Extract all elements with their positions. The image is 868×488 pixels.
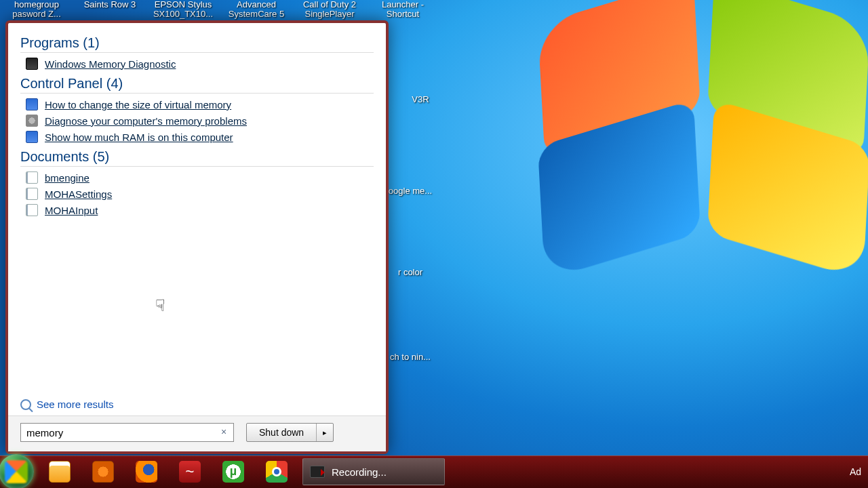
taskbar-pinned: ~ xyxy=(38,458,298,485)
see-more-results-link[interactable]: See more results xyxy=(8,393,386,415)
taskbar: ~ Recording... Ad xyxy=(0,455,868,488)
camera-icon xyxy=(310,466,325,478)
result-group-header: Control Panel (4) xyxy=(20,76,374,94)
start-menu-footer: × Shut down ▸ xyxy=(8,415,386,451)
start-menu-results: Programs (1)Windows Memory DiagnosticCon… xyxy=(8,23,386,393)
search-result-item[interactable]: bmengine xyxy=(20,169,374,186)
clear-search-button[interactable]: × xyxy=(218,426,230,438)
wallpaper-windows-logo xyxy=(515,0,868,291)
result-icon xyxy=(26,131,38,143)
see-more-label: See more results xyxy=(37,399,113,410)
shutdown-button[interactable]: Shut down xyxy=(247,424,317,441)
search-result-item[interactable]: How to change the size of virtual memory xyxy=(20,96,374,113)
result-label: MOHASettings xyxy=(45,188,112,200)
desktop-item[interactable]: ch to nin... xyxy=(380,315,441,362)
firefox-icon[interactable] xyxy=(127,458,166,485)
utorrent-icon-glyph xyxy=(222,461,244,483)
result-icon xyxy=(26,98,38,110)
task-label: Recording... xyxy=(332,466,387,478)
search-result-item[interactable]: Windows Memory Diagnostic xyxy=(20,56,374,72)
desktop-shortcut[interactable]: homegroup pasword Z... xyxy=(0,0,73,20)
taskbar-tray[interactable]: Ad xyxy=(850,466,864,477)
wmp-icon[interactable] xyxy=(83,458,123,485)
app-red-icon[interactable]: ~ xyxy=(170,458,210,485)
chrome-icon[interactable] xyxy=(257,458,296,485)
search-result-item[interactable]: MOHASettings xyxy=(20,186,374,202)
desktop-shortcut[interactable]: EPSON Stylus SX100_TX10... xyxy=(146,0,220,20)
search-input[interactable] xyxy=(20,423,234,442)
result-label: Diagnose your computer's memory problems xyxy=(45,115,247,127)
desktop-item[interactable]: V3R xyxy=(390,58,451,104)
result-label: MOHAInput xyxy=(45,205,98,216)
search-result-item[interactable]: Show how much RAM is on this computer xyxy=(20,129,374,145)
chrome-icon-glyph xyxy=(266,461,288,483)
result-label: bmengine xyxy=(45,172,90,184)
file-icon xyxy=(393,230,427,264)
shutdown-options-button[interactable]: ▸ xyxy=(317,424,333,441)
result-icon xyxy=(26,58,38,70)
wmp-icon-glyph xyxy=(92,461,114,483)
start-menu: Programs (1)Windows Memory DiagnosticCon… xyxy=(5,20,389,454)
desktop-shortcut[interactable]: Saints Row 3 xyxy=(73,0,146,20)
shutdown-split-button: Shut down ▸ xyxy=(246,423,334,442)
utorrent-icon[interactable] xyxy=(214,458,253,485)
desktop-shortcut-row: homegroup pasword Z...Saints Row 3EPSON … xyxy=(0,0,868,20)
firefox-icon-glyph xyxy=(136,461,157,483)
desktop-item-label: ch to nin... xyxy=(380,352,441,362)
start-button[interactable] xyxy=(0,454,34,488)
result-group-header: Programs (1) xyxy=(20,35,374,53)
desktop-shortcut[interactable]: Advanced SystemCare 5 xyxy=(220,0,293,20)
desktop-item[interactable]: oogle me... xyxy=(380,149,441,196)
taskbar-task-recording[interactable]: Recording... xyxy=(302,458,445,485)
result-icon xyxy=(26,204,38,216)
desktop-item[interactable]: r color xyxy=(380,230,441,277)
explorer-icon-glyph xyxy=(49,461,71,483)
file-icon xyxy=(393,315,427,349)
desktop: homegroup pasword Z...Saints Row 3EPSON … xyxy=(0,0,868,488)
result-label: How to change the size of virtual memory xyxy=(45,99,231,110)
result-label: Windows Memory Diagnostic xyxy=(45,58,176,70)
desktop-shortcut[interactable]: Launcher - Shortcut xyxy=(366,0,439,20)
explorer-icon[interactable] xyxy=(40,458,79,485)
result-icon xyxy=(26,171,38,184)
desktop-item-label: V3R xyxy=(390,94,451,104)
result-icon xyxy=(26,188,38,200)
desktop-shortcut[interactable]: Call of Duty 2 SinglePlayer xyxy=(293,0,366,20)
search-icon xyxy=(20,399,31,410)
app-red-icon-glyph: ~ xyxy=(179,461,201,483)
result-group-header: Documents (5) xyxy=(20,149,374,167)
result-label: Show how much RAM is on this computer xyxy=(45,131,233,143)
desktop-item-label: r color xyxy=(380,267,441,277)
file-icon xyxy=(393,149,427,183)
desktop-item-label: oogle me... xyxy=(380,186,441,196)
result-icon xyxy=(26,115,38,127)
search-result-item[interactable]: MOHAInput xyxy=(20,202,374,218)
file-icon xyxy=(403,58,437,92)
search-result-item[interactable]: Diagnose your computer's memory problems xyxy=(20,113,374,129)
search-box: × xyxy=(20,423,234,442)
